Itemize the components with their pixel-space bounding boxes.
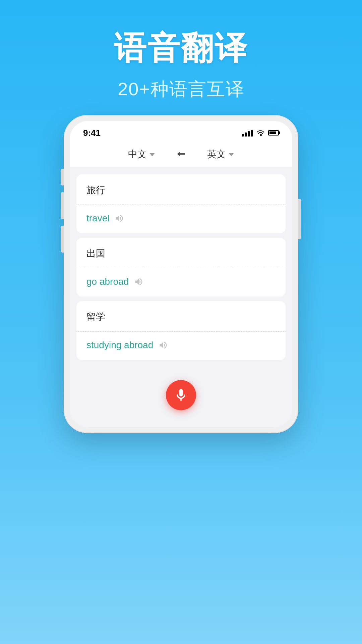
card-2-speaker-button[interactable] [134,277,143,286]
source-lang-dropdown-arrow [149,153,155,156]
translation-card-3: 留学 studying abroad [76,301,286,360]
card-1-source: 旅行 [76,174,286,205]
target-lang-dropdown-arrow [229,153,234,156]
phone-side-button-vol-down [61,226,64,253]
swap-languages-button[interactable] [175,148,187,161]
wifi-icon [256,129,265,136]
phone-side-button-mute [61,169,64,185]
status-time: 9:41 [83,128,101,138]
target-language-label: 英文 [207,148,226,161]
phone-mockup: 9:41 中文 [64,115,298,433]
card-1-translation: travel [76,205,286,233]
status-bar: 9:41 [70,121,292,141]
phone-side-button-vol-up [61,192,64,219]
card-2-source: 出国 [76,238,286,268]
microphone-button[interactable] [166,380,196,410]
card-3-translation-text: studying abroad [86,340,153,351]
translation-card-1: 旅行 travel [76,174,286,233]
phone-side-button-power [298,199,301,239]
card-1-translation-text: travel [86,213,109,224]
card-1-speaker-button[interactable] [115,214,124,223]
language-bar[interactable]: 中文 英文 [70,141,292,168]
header-section: 语音翻译 20+种语言互译 [114,27,248,102]
signal-icon [242,129,253,137]
source-language-selector[interactable]: 中文 [128,148,155,161]
translation-card-2: 出国 go abroad [76,238,286,297]
battery-icon [268,130,279,136]
card-2-translation: go abroad [76,268,286,297]
target-language-selector[interactable]: 英文 [207,148,234,161]
mic-button-container [166,380,196,410]
main-title: 语音翻译 [114,27,248,70]
card-2-translation-text: go abroad [86,276,129,287]
status-icons [242,129,279,137]
subtitle: 20+种语言互译 [118,77,244,102]
phone-screen: 9:41 中文 [70,121,292,427]
card-3-speaker-button[interactable] [159,340,168,350]
source-language-label: 中文 [128,148,147,161]
card-3-translation: studying abroad [76,332,286,360]
card-3-source: 留学 [76,301,286,332]
